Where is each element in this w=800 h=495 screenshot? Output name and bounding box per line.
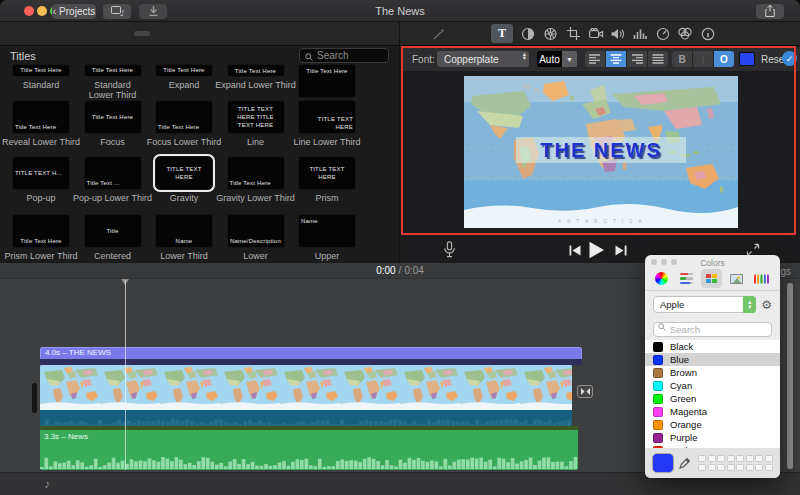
color-wheel-tab[interactable] [651,269,672,288]
palette-dropdown[interactable]: Apple ▲▼ [653,296,756,313]
title-style-line-lower-third[interactable]: TITLE TEXT HERE Line Lower Third [298,100,356,156]
align-left-button[interactable] [585,51,605,67]
clip-transition-handle[interactable] [577,385,593,398]
title-style-expand-lower-third[interactable]: Title Text Here Expand Lower Third [227,64,285,100]
color-palettes-tab[interactable] [701,269,722,288]
empty-swatch-slot[interactable] [755,464,763,472]
empty-swatch-slot[interactable] [698,455,706,463]
timeline-scrollbar[interactable] [787,283,793,469]
title-style-centered[interactable]: Title Centered [84,214,142,260]
zoom-dot-icon[interactable] [671,259,677,265]
title-style-pop-up-lower-third[interactable]: Title Text ... Pop-up Lower Third [84,156,142,214]
play-button[interactable] [588,241,605,259]
speed-gauge-icon[interactable] [652,24,674,43]
minimize-dot-icon[interactable] [661,259,667,265]
empty-swatch-slot[interactable] [708,464,716,472]
color-row-blue[interactable]: Blue [645,353,780,366]
image-palettes-tab[interactable] [726,269,747,288]
title-style-pop-up[interactable]: TITLE TEXT H... Pop-up [12,156,70,214]
colors-search-field[interactable] [653,319,772,334]
playhead-line[interactable] [125,280,126,470]
bold-button[interactable]: B [672,51,692,67]
tab-audio[interactable] [105,31,121,36]
tab-my-media[interactable] [76,31,92,36]
colors-search-input[interactable] [653,322,772,337]
clip-filter-icon[interactable] [674,24,696,43]
video-clip[interactable] [40,365,572,426]
title-overlay-text[interactable]: THE NEWS [540,139,662,162]
enhance-wand-icon[interactable] [428,24,450,43]
title-style-prism[interactable]: TITLE TEXT HERE Prism [298,156,356,214]
text-color-swatch[interactable] [739,52,755,66]
gear-icon[interactable]: ⚙ [761,298,772,312]
saved-swatches-grid[interactable] [698,455,773,472]
title-overlay-band[interactable]: THE NEWS [516,137,686,163]
empty-swatch-slot[interactable] [746,464,754,472]
pencils-tab[interactable] [751,269,772,288]
titles-text-icon[interactable]: T [491,24,513,43]
title-style-line[interactable]: TITLE TEXT HERE TITLE TEXT HERE Line [227,100,285,156]
empty-swatch-slot[interactable] [727,455,735,463]
crop-icon[interactable] [562,24,584,43]
title-style-standard[interactable]: Title Text Here Standard [12,64,70,100]
title-style-gravity[interactable]: TITLE TEXT HERE Gravity [155,156,213,214]
previous-frame-button[interactable] [569,245,581,256]
color-row-black[interactable]: Black [645,340,780,353]
tab-transitions[interactable] [192,31,208,36]
color-row-cyan[interactable]: Cyan [645,379,780,392]
titles-search-field[interactable] [299,48,389,63]
colors-panel-titlebar[interactable]: Colors [645,255,780,267]
media-library-button[interactable]: ♪ [103,4,131,19]
stabilization-camera-icon[interactable] [585,24,607,43]
title-clip[interactable]: 4.0s – THE NEWS [40,347,582,365]
title-style-lower[interactable]: Name/Description Lower [227,214,285,260]
title-style-reveal-lower-third[interactable]: Title Text Here Reveal Lower Third [12,100,70,156]
volume-icon[interactable] [607,24,629,43]
color-sliders-tab[interactable] [676,269,697,288]
title-style-standard-lower-third[interactable]: Title Text Here Standard Lower Third [84,64,142,100]
empty-swatch-slot[interactable] [727,464,735,472]
search-input[interactable] [317,50,381,61]
outline-button[interactable]: O [714,51,734,67]
next-frame-button[interactable] [615,245,627,256]
align-center-button[interactable] [606,51,626,67]
color-row-orange[interactable]: Orange [645,418,780,431]
audio-clip[interactable]: 3.3s – News [40,426,578,470]
noise-equalizer-icon[interactable] [629,24,651,43]
tab-titles[interactable] [134,31,150,36]
empty-swatch-slot[interactable] [746,455,754,463]
empty-swatch-slot[interactable] [755,455,763,463]
timeline-edge-handle[interactable] [32,383,37,413]
current-color-swatch[interactable] [652,453,674,473]
empty-swatch-slot[interactable] [736,464,744,472]
info-icon[interactable] [697,24,719,43]
empty-swatch-slot[interactable] [717,455,725,463]
empty-swatch-slot[interactable] [708,455,716,463]
music-note-icon[interactable]: ♪ [44,477,50,491]
title-style-reveal[interactable]: Title Text Here Reveal [298,64,356,100]
window-control-dots[interactable] [651,259,677,265]
title-style-expand[interactable]: Title Text Here Expand [155,64,213,100]
title-style-lower-third[interactable]: Name Lower Third [155,214,213,260]
close-dot-icon[interactable] [651,259,657,265]
align-right-button[interactable] [627,51,647,67]
share-button[interactable] [756,4,784,19]
empty-swatch-slot[interactable] [736,455,744,463]
font-size-value[interactable]: Auto [537,51,562,67]
download-button[interactable] [139,4,167,19]
projects-back-button[interactable]: ‹ Projects [52,4,96,19]
italic-button[interactable]: I [693,51,713,67]
title-style-gravity-lower-third[interactable]: Title Text Here Gravity Lower Third [227,156,285,214]
title-style-focus-lower-third[interactable]: Title Text Here Focus Lower Third [155,100,213,156]
justify-button[interactable] [648,51,668,67]
color-row-brown[interactable]: Brown [645,366,780,379]
empty-swatch-slot[interactable] [765,464,773,472]
empty-swatch-slot[interactable] [765,455,773,463]
color-correction-icon[interactable] [517,24,539,43]
color-row-magenta[interactable]: Magenta [645,405,780,418]
empty-swatch-slot[interactable] [698,464,706,472]
font-family-dropdown[interactable]: Copperplate ▴▾ [437,51,529,67]
apply-check-button[interactable]: ✓ [782,51,797,66]
font-size-dropdown-button[interactable]: ▼ [562,51,577,67]
color-row-green[interactable]: Green [645,392,780,405]
